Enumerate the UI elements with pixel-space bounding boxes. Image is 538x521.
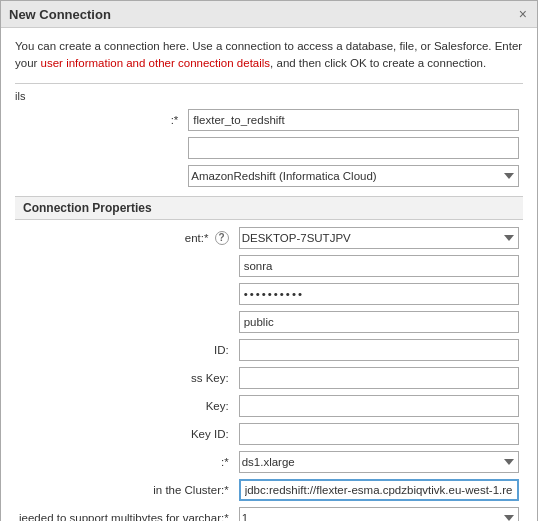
cluster-type-row: :* ds1.xlarge [15,448,523,476]
cluster-url-input[interactable] [239,479,519,501]
runtime-env-id-input[interactable] [239,339,519,361]
connection-type-select[interactable]: AmazonRedshift (Informatica Cloud) [188,165,519,187]
cluster-type-label: :* [15,448,235,476]
cluster-type-select[interactable]: ds1.xlarge [239,451,519,473]
master-key-id-label: Key ID: [15,420,235,448]
master-key-id-row: Key ID: [15,420,523,448]
secret-key-row: Key: [15,392,523,420]
conn-properties-table: ent:* ? DESKTOP-7SUTJPV [15,224,523,522]
name-row: :* [15,106,523,134]
access-key-label: ss Key: [15,364,235,392]
close-button[interactable]: × [517,6,529,22]
secret-key-input[interactable] [239,395,519,417]
schema-row [15,308,523,336]
username-row [15,252,523,280]
dialog-title-bar: New Connection × [1,1,537,28]
multibyte-select[interactable]: 1 2 3 4 [239,507,519,522]
secret-key-label: Key: [15,392,235,420]
conn-properties-header: Connection Properties [15,196,523,220]
runtime-env-id-label: ID: [15,336,235,364]
dialog-body: You can create a connection here. Use a … [1,28,537,521]
environment-label: ent:* ? [15,224,235,252]
name-input-cell [184,106,523,134]
runtime-env-id-row: ID: [15,336,523,364]
environment-row: ent:* ? DESKTOP-7SUTJPV [15,224,523,252]
dialog-title: New Connection [9,7,111,22]
password-row [15,280,523,308]
multibyte-label: ieeded to support multibytes for varchar… [15,504,235,522]
master-key-id-input[interactable] [239,423,519,445]
type-row: AmazonRedshift (Informatica Cloud) [15,162,523,190]
fields-table: :* AmazonRedshift (Informatica Cloud) [15,106,523,190]
environment-select[interactable]: DESKTOP-7SUTJPV [239,227,519,249]
access-key-input[interactable] [239,367,519,389]
info-text: You can create a connection here. Use a … [15,38,523,73]
multibyte-row: ieeded to support multibytes for varchar… [15,504,523,522]
blank-row [15,134,523,162]
connection-name-input[interactable] [188,109,519,131]
username-input[interactable] [239,255,519,277]
cluster-url-label: in the Cluster:* [15,476,235,504]
name-label: :* [15,106,184,134]
access-key-row: ss Key: [15,364,523,392]
cluster-url-row: in the Cluster:* [15,476,523,504]
new-connection-dialog: New Connection × You can create a connec… [0,0,538,521]
section-divider-1 [15,83,523,84]
section-label-ils: ils [15,90,523,102]
environment-help-icon[interactable]: ? [215,231,229,245]
connection-extra-input[interactable] [188,137,519,159]
password-input[interactable] [239,283,519,305]
schema-input[interactable] [239,311,519,333]
